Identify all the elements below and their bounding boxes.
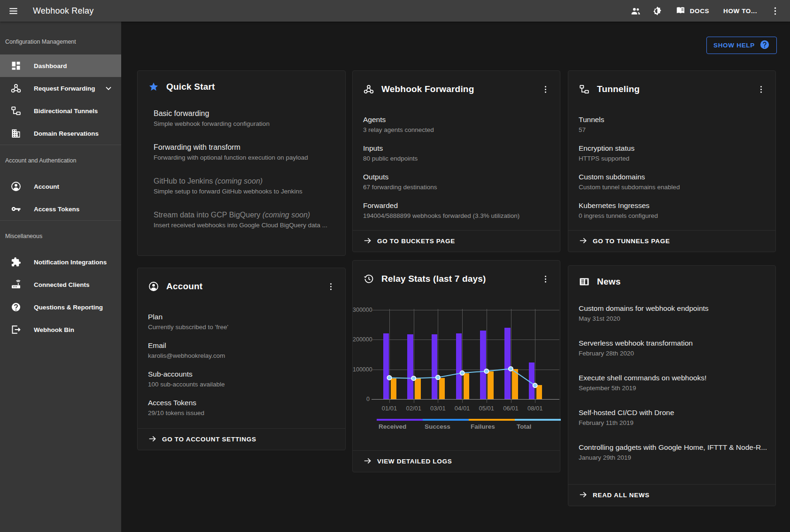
sidebar-item-bidirectional-tunnels[interactable]: Bidirectional Tunnels	[0, 100, 121, 122]
footer-link-label: VIEW DETAILED LOGS	[377, 458, 452, 465]
stat-label: Sub-accounts	[148, 370, 339, 379]
exit-icon	[10, 324, 22, 335]
star-icon	[148, 81, 159, 93]
docs-label: DOCS	[690, 8, 709, 15]
legend-item-received[interactable]: Received	[379, 423, 406, 430]
sidebar-item-label: Webhook Bin	[34, 326, 74, 333]
stat-value: 100 sub-accounts available	[148, 380, 339, 389]
webhook-icon	[363, 84, 374, 95]
stat-label: Outputs	[363, 172, 553, 182]
go-to-account-settings-link[interactable]: GO TO ACCOUNT SETTINGS	[148, 434, 256, 445]
line-point	[533, 383, 537, 387]
help-icon	[759, 39, 770, 51]
sidebar-section-label: Miscellaneous	[0, 221, 121, 251]
footer-link-label: GO TO ACCOUNT SETTINGS	[162, 436, 256, 443]
quickstart-item-title-text: GitHub to Jenkins	[154, 177, 215, 185]
quick-start-list: Basic forwardingSimple webhook forwardin…	[154, 109, 339, 229]
card-menu-icon[interactable]	[537, 81, 553, 97]
card-menu-icon[interactable]	[537, 271, 553, 287]
sidebar-item-label: Questions & Reporting	[34, 304, 103, 311]
stat: Emailkarolis@webhookrelay.com	[148, 341, 339, 360]
sidebar-item-access-tokens[interactable]: Access Tokens	[0, 198, 121, 220]
quickstart-item[interactable]: Forwarding with transformForwarding with…	[154, 143, 339, 161]
news-item-date: May 31st 2020	[579, 315, 771, 322]
quickstart-item-title: Forwarding with transform	[154, 143, 339, 152]
sidebar-item-label: Connected Clients	[34, 281, 90, 288]
news-item[interactable]: Serverless webhook transformationFebruar…	[579, 339, 771, 357]
users-icon[interactable]	[627, 1, 645, 20]
card-menu-icon[interactable]	[753, 81, 769, 97]
card-footer: GO TO ACCOUNT SETTINGS	[138, 428, 345, 450]
view-detailed-logs-link[interactable]: VIEW DETAILED LOGS	[363, 456, 452, 467]
howto-label: HOW TO...	[723, 8, 757, 15]
quickstart-item-suffix: (coming soon)	[263, 211, 310, 219]
sidebar-item-request-forwarding[interactable]: Request Forwarding	[0, 77, 121, 100]
line-point	[460, 371, 465, 375]
stat-value: 57	[579, 126, 769, 134]
stat: Inputs80 public endpoints	[363, 144, 553, 163]
quickstart-item[interactable]: Stream data into GCP BigQuery (coming so…	[154, 211, 339, 229]
stats-list: PlanCurrently subscribed to 'free'Emailk…	[148, 312, 339, 417]
sidebar-item-notification-integrations[interactable]: Notification Integrations	[0, 251, 121, 273]
card-title: Relay Stats (last 7 days)	[381, 274, 537, 284]
card-header: Tunneling	[568, 71, 775, 97]
stats-list: Tunnels57Encryption statusHTTPS supporte…	[579, 115, 769, 220]
dashboard-icon	[10, 60, 22, 71]
go-to-buckets-link[interactable]: GO TO BUCKETS PAGE	[363, 236, 455, 247]
more-vert-icon[interactable]	[766, 1, 784, 20]
tunnel-icon	[579, 84, 590, 95]
menu-icon[interactable]	[4, 1, 23, 20]
news-item-date: January 29th 2019	[579, 454, 771, 461]
howto-button[interactable]: HOW TO...	[718, 1, 763, 20]
news-item[interactable]: Custom domains for webhook endpointsMay …	[579, 304, 771, 322]
sidebar-item-dashboard[interactable]: Dashboard	[0, 54, 121, 77]
stat: Outputs67 forwarding destinations	[363, 172, 553, 192]
read-all-news-link[interactable]: READ ALL NEWS	[579, 490, 650, 501]
sidebar-item-webhook-bin[interactable]: Webhook Bin	[0, 318, 121, 341]
line-point	[387, 376, 391, 380]
stat: Kubernetes Ingresses0 ingress tunnels co…	[579, 201, 769, 220]
footer-link-label: GO TO BUCKETS PAGE	[377, 238, 455, 245]
stat-label: Tunnels	[579, 115, 769, 124]
show-help-button[interactable]: SHOW HELP	[706, 37, 777, 54]
quickstart-item-title-text: Stream data into GCP BigQuery	[154, 211, 263, 219]
legend-item-failures[interactable]: Failures	[471, 423, 495, 430]
stat-value: HTTPS supported	[579, 154, 769, 163]
stat-label: Plan	[148, 312, 339, 322]
main-content: SHOW HELP Quick Start Basic forwardingSi…	[121, 22, 790, 532]
card-header: Relay Stats (last 7 days)	[353, 261, 560, 287]
docs-button[interactable]: DOCS	[670, 1, 715, 20]
stat: PlanCurrently subscribed to 'free'	[148, 312, 339, 332]
stat-label: Forwarded	[363, 201, 553, 210]
sidebar: Configuration ManagementDashboardRequest…	[0, 22, 121, 532]
news-item-date: February 11th 2019	[579, 419, 771, 426]
legend-item-total[interactable]: Total	[517, 423, 531, 430]
sidebar-item-label: Domain Reservations	[34, 130, 99, 137]
brightness-icon[interactable]	[648, 1, 667, 20]
card-header: Quick Start	[138, 71, 345, 93]
card-footer: VIEW DETAILED LOGS	[353, 450, 560, 472]
quickstart-item-title-text: Basic forwarding	[154, 109, 209, 117]
go-to-tunnels-link[interactable]: GO TO TUNNELS PAGE	[579, 236, 670, 247]
sidebar-item-domain-reservations[interactable]: Domain Reservations	[0, 122, 121, 145]
stat-label: Custom subdomains	[579, 172, 769, 182]
stat-value: 3 relay agents connected	[363, 126, 553, 134]
sidebar-item-connected-clients[interactable]: Connected Clients	[0, 273, 121, 296]
news-item[interactable]: Controlling gadgets with Google Home, IF…	[579, 443, 771, 461]
news-icon	[579, 276, 590, 287]
sidebar-item-account[interactable]: Account	[0, 175, 121, 198]
relay-stats-chart: 010000020000030000001/0102/0103/0104/010…	[353, 303, 561, 448]
legend-item-success[interactable]: Success	[425, 423, 450, 430]
news-item[interactable]: Execute shell commands on webhooks!Septe…	[579, 374, 771, 392]
quickstart-item-title: Basic forwarding	[154, 109, 339, 118]
sidebar-item-label: Account	[34, 183, 59, 190]
sidebar-item-questions-reporting[interactable]: Questions & Reporting	[0, 296, 121, 318]
card-menu-icon[interactable]	[323, 278, 339, 294]
quickstart-item-desc: Simple setup to forward GitHub webhooks …	[154, 188, 339, 195]
quickstart-item[interactable]: GitHub to Jenkins (coming soon)Simple se…	[154, 177, 339, 195]
quickstart-item[interactable]: Basic forwardingSimple webhook forwardin…	[154, 109, 339, 127]
webhook-icon	[10, 83, 22, 94]
stat-value: 0 ingress tunnels configured	[579, 212, 769, 220]
chevron-down-icon[interactable]	[103, 83, 114, 93]
news-item[interactable]: Self-hosted CI/CD with DroneFebruary 11t…	[579, 409, 771, 426]
